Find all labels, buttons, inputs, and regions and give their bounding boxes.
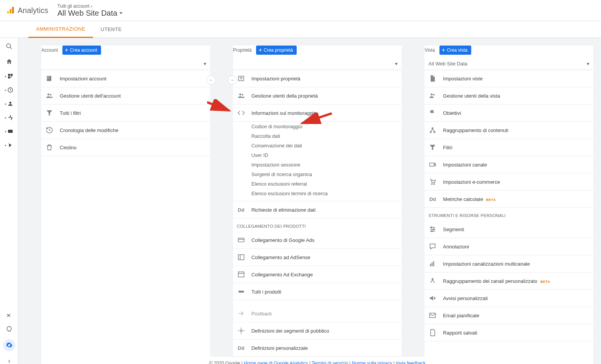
property-selector[interactable]: ▾	[233, 58, 402, 70]
view-saved-reports[interactable]: Rapporti salvati	[425, 324, 593, 341]
tab-admin[interactable]: AMMINISTRAZIONE	[28, 21, 93, 38]
product-linking-header: COLLEGAMENTO DEI PRODOTTI	[233, 219, 402, 232]
discover-icon[interactable]	[5, 325, 13, 333]
breadcrumb[interactable]: Tutti gli account › All Web Site Data	[57, 3, 122, 18]
svg-rect-2	[12, 7, 14, 13]
item-label: Raggruppamento di contenuti	[443, 127, 508, 133]
item-label: Impostazioni canale	[443, 162, 487, 168]
view-ecommerce[interactable]: Impostazioni e-commerce	[425, 173, 593, 191]
footer-feedback-link[interactable]: Invia feedback	[396, 361, 425, 364]
admin-icon[interactable]	[3, 339, 15, 351]
flag-icon	[428, 109, 437, 117]
tracking-referral[interactable]: Elenco esclusioni referral	[233, 179, 402, 189]
tracking-userid[interactable]: User ID	[233, 150, 402, 160]
home-icon[interactable]	[5, 58, 13, 65]
property-users[interactable]: Gestione utenti della proprietà	[233, 87, 402, 104]
search-icon[interactable]	[5, 42, 13, 50]
view-selector[interactable]: All Web Site Data▾	[425, 58, 593, 70]
property-tracking[interactable]: Informazioni sul monitoraggio	[233, 104, 402, 122]
account-history[interactable]: Cronologia delle modifiche	[41, 122, 210, 139]
audience-definitions[interactable]: Definizioni dei segmenti di pubblico	[233, 322, 402, 340]
view-multichannel[interactable]: Impostazioni canalizzazioni multicanale	[425, 255, 593, 273]
nav-arrow-right[interactable]: →	[206, 75, 216, 85]
create-view-button[interactable]: +Crea vista	[439, 46, 471, 55]
property-settings[interactable]: Impostazioni proprietà	[233, 70, 402, 87]
dd-requests[interactable]: DdRichieste di eliminazione dati	[233, 201, 402, 219]
tab-user[interactable]: UTENTE	[93, 21, 129, 38]
item-label: Impostazioni canalizzazioni multicanale	[443, 261, 530, 267]
item-label: Definizioni dei segmenti di pubblico	[252, 328, 329, 334]
svg-point-35	[433, 94, 435, 95]
create-view-label: Crea vista	[447, 47, 467, 53]
item-label: Impostazioni e-commerce	[443, 179, 500, 185]
view-settings[interactable]: Impostazioni viste	[425, 70, 593, 87]
email-icon	[428, 311, 437, 320]
link-all-products[interactable]: Tutti i prodotti	[233, 283, 402, 300]
view-scheduled-emails[interactable]: Email pianificate	[425, 307, 593, 324]
view-segments[interactable]: Segmenti	[425, 221, 593, 238]
custom-definitions[interactable]: DdDefinizioni personalizzate	[233, 340, 402, 357]
view-custom-alerts[interactable]: Avvisi personalizzati	[425, 290, 593, 307]
dd-icon: Dd	[237, 206, 245, 214]
barchart-icon	[428, 260, 437, 268]
footer-privacy-link[interactable]: Norme sulla privacy	[352, 361, 392, 364]
svg-rect-0	[7, 11, 9, 13]
item-label: Cestino	[60, 145, 77, 150]
view-custom-channel[interactable]: Raggruppamento dei canali personalizzato…	[425, 273, 593, 290]
account-settings[interactable]: Impostazioni account	[41, 70, 210, 87]
postback[interactable]: Postback	[233, 305, 402, 322]
analytics-logo-icon	[6, 6, 15, 15]
item-label: Tutti i prodotti	[252, 289, 281, 295]
view-users[interactable]: Gestione utenti della vista	[425, 87, 593, 104]
megaphone-icon	[428, 294, 437, 302]
audience-icon[interactable]: ▸	[5, 101, 13, 107]
account-filters[interactable]: Tutti i filtri	[41, 104, 210, 122]
account-column: Account +Crea account ▾ Impostazioni acc…	[41, 46, 210, 357]
customization-icon[interactable]: ▸	[5, 73, 13, 79]
tracking-organic[interactable]: Sorgenti di ricerca organica	[233, 170, 402, 179]
footer-terms-link[interactable]: Termini di servizio	[312, 361, 348, 364]
view-annotations[interactable]: Annotazioni	[425, 238, 593, 255]
nav-arrow-right[interactable]: →	[228, 75, 237, 85]
item-label: Tutti i filtri	[60, 110, 81, 116]
view-calculated-metrics[interactable]: DdMetriche calcolate BETA	[425, 191, 593, 208]
link-google-ads[interactable]: Collegamento di Google Ads	[233, 232, 402, 249]
chevron-right-icon[interactable]	[5, 357, 13, 364]
acquisition-icon[interactable]: ▸	[5, 114, 13, 121]
link-adexchange[interactable]: Collegamento Ad Exchange	[233, 266, 402, 283]
annotation-arrow-icon	[207, 99, 234, 114]
svg-rect-15	[47, 78, 48, 78]
tracking-data-collection[interactable]: Raccolta dati	[233, 131, 402, 141]
tracking-code[interactable]: Codice di monitoraggio	[233, 122, 402, 131]
grouping-icon	[428, 277, 437, 285]
account-selector[interactable]: ▾	[41, 58, 210, 70]
item-label: Metriche calcolate BETA	[443, 196, 496, 202]
svg-point-18	[50, 94, 51, 95]
link-adsense[interactable]: Collegamento ad AdSense	[233, 249, 402, 266]
create-property-button[interactable]: +Crea proprietà	[256, 46, 297, 55]
view-filters[interactable]: Filtri	[425, 139, 593, 156]
view-goals[interactable]: Obiettivi	[425, 104, 593, 122]
footer-home-link[interactable]: Home page di Google Analytics	[244, 361, 308, 364]
tracking-retention[interactable]: Conservazione dei dati	[233, 141, 402, 150]
logo[interactable]: Analytics	[6, 6, 48, 15]
account-users[interactable]: Gestione utenti dell'account	[41, 87, 210, 104]
tracking-session[interactable]: Impostazioni sessione	[233, 160, 402, 170]
account-trash[interactable]: Cestino	[41, 139, 210, 156]
item-label: Filtri	[443, 145, 452, 150]
breadcrumb-view-text: All Web Site Data	[57, 9, 117, 18]
history-icon	[45, 126, 54, 134]
building-icon	[45, 74, 54, 83]
attribution-icon[interactable]	[5, 312, 13, 319]
create-account-button[interactable]: +Crea account	[62, 46, 101, 55]
realtime-icon[interactable]: ▸	[5, 87, 13, 93]
view-content-grouping[interactable]: Raggruppamento di contenuti	[425, 122, 593, 139]
tracking-search-terms[interactable]: Elenco esclusioni termini di ricerca	[233, 189, 402, 201]
view-channel-settings[interactable]: Impostazioni canale	[425, 156, 593, 173]
behavior-icon[interactable]: ▸	[5, 128, 13, 134]
personal-tools-header: STRUMENTI E RISORSE PERSONALI	[425, 208, 593, 221]
conversions-icon[interactable]: ▸	[5, 142, 13, 148]
item-label: Obiettivi	[443, 110, 461, 116]
account-label: Account	[41, 47, 58, 53]
create-account-label: Crea account	[70, 47, 97, 53]
